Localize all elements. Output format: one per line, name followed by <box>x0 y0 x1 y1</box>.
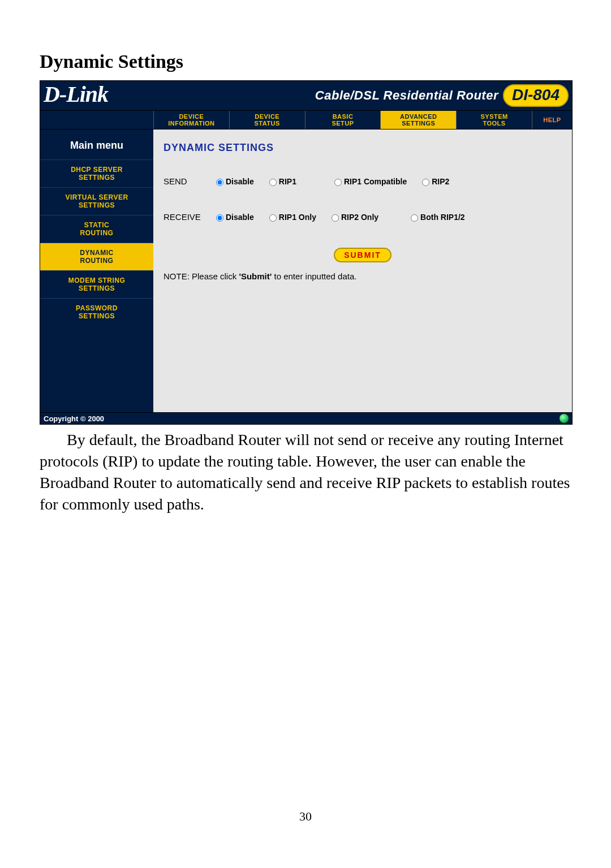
tab-basic-setup[interactable]: BASIC SETUP <box>305 111 381 129</box>
tab-system-tools[interactable]: SYSTEM TOOLS <box>456 111 532 129</box>
tab-advanced-settings[interactable]: ADVANCED SETTINGS <box>380 111 456 129</box>
top-nav: DEVICE INFORMATION DEVICE STATUS BASIC S… <box>40 110 572 129</box>
sidebar-item-password[interactable]: PASSWORD SETTINGS <box>40 298 153 326</box>
sidebar-title: Main menu <box>40 135 153 159</box>
send-option-rip1-compatible[interactable]: RIP1 Compatible <box>332 177 407 186</box>
radio-recv-rip2[interactable] <box>332 214 339 222</box>
product-title: Cable/DSL Residential Router <box>315 88 498 103</box>
radio-send-rip2[interactable] <box>422 179 429 186</box>
receive-option-rip1-only[interactable]: RIP1 Only <box>266 213 316 222</box>
page-heading: Dynamic Settings <box>40 51 571 72</box>
model-badge: DI-804 <box>503 84 569 107</box>
status-dot-icon <box>560 414 569 423</box>
receive-label: RECEIVE <box>163 212 213 222</box>
send-option-disable[interactable]: Disable <box>213 177 254 186</box>
sidebar-item-virtual-server[interactable]: VIRTUAL SERVER SETTINGS <box>40 187 153 215</box>
submit-button[interactable]: SUBMIT <box>334 248 391 262</box>
sidebar: Main menu DHCP SERVER SETTINGS VIRTUAL S… <box>40 129 153 412</box>
note-text: NOTE: Please click 'Submit' to enter inp… <box>163 271 562 281</box>
brand-logo: D-Link <box>40 81 157 110</box>
tab-help[interactable]: HELP <box>532 111 572 129</box>
sidebar-item-modem-string[interactable]: MODEM STRING SETTINGS <box>40 270 153 298</box>
radio-send-rip1[interactable] <box>269 179 277 186</box>
send-label: SEND <box>163 176 213 186</box>
copyright-text: Copyright © 2000 <box>44 414 104 423</box>
page-number: 30 <box>40 809 571 824</box>
header-bar: D-Link Cable/DSL Residential Router DI-8… <box>40 81 572 110</box>
sidebar-item-dynamic-routing[interactable]: DYNAMIC ROUTING <box>40 243 153 270</box>
send-option-rip2[interactable]: RIP2 <box>419 177 449 186</box>
radio-recv-both[interactable] <box>411 214 418 222</box>
radio-send-disable[interactable] <box>216 179 223 186</box>
send-option-rip1[interactable]: RIP1 <box>266 177 296 186</box>
radio-recv-disable[interactable] <box>216 214 223 222</box>
sidebar-item-static-routing[interactable]: STATIC ROUTING <box>40 215 153 243</box>
receive-option-rip2-only[interactable]: RIP2 Only <box>329 213 378 222</box>
radio-send-rip1c[interactable] <box>334 179 342 186</box>
footer-bar: Copyright © 2000 <box>40 412 572 424</box>
tab-device-information[interactable]: DEVICE INFORMATION <box>153 111 229 129</box>
receive-option-both[interactable]: Both RIP1/2 <box>408 213 465 222</box>
send-row: SEND Disable RIP1 RIP1 Compatible <box>163 176 562 186</box>
sidebar-item-dhcp-server[interactable]: DHCP SERVER SETTINGS <box>40 159 153 187</box>
radio-recv-rip1[interactable] <box>269 214 277 222</box>
description-paragraph: By default, the Broadband Router will no… <box>40 429 571 515</box>
router-admin-screenshot: D-Link Cable/DSL Residential Router DI-8… <box>40 80 573 425</box>
content-panel: DYNAMIC SETTINGS SEND Disable RIP1 RIP1 … <box>153 129 572 412</box>
panel-title: DYNAMIC SETTINGS <box>163 142 562 154</box>
tab-device-status[interactable]: DEVICE STATUS <box>229 111 305 129</box>
receive-row: RECEIVE Disable RIP1 Only RIP2 Only <box>163 212 562 222</box>
receive-option-disable[interactable]: Disable <box>213 213 254 222</box>
